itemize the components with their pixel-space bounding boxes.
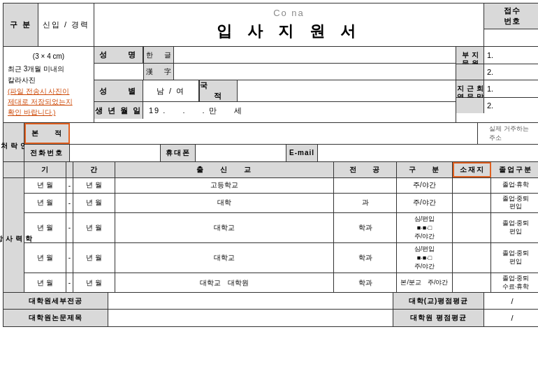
address-note: 실제 거주하는주소: [477, 123, 538, 144]
grad-avg-label: 대학원 평점평균: [393, 310, 484, 326]
edu-header-gubun: 구 분: [397, 162, 453, 177]
edu-header-sojaej: 소재지: [453, 162, 491, 177]
main-title: 입 사 지 원 서: [217, 21, 361, 42]
edu-major-1: [334, 178, 397, 193]
edu-header-grad: 졸업구분: [491, 162, 538, 177]
edu-start-2: 년 월: [24, 194, 66, 212]
edu-label-col: 학력사항: [3, 178, 24, 293]
photo-period-text: 최근 3개월 미내의: [8, 64, 89, 75]
email-label: E-mail: [286, 145, 318, 161]
edu-header-major: 전 공: [334, 162, 397, 177]
edu-major-4: 학과: [334, 243, 397, 273]
edu-header-dash: [66, 162, 73, 177]
edu-dash-3: -: [66, 213, 73, 242]
edu-grad-1: 졸업·휴학: [491, 178, 538, 193]
hanja-label: 漢 字: [143, 64, 174, 80]
birth-row: 생 년 월 일 19 . . . 만 세: [94, 102, 456, 119]
edu-dash-1: -: [66, 178, 73, 193]
thesis-label: 대학원논문제목: [3, 310, 108, 326]
edu-major-5: 학과: [334, 273, 397, 292]
edu-gubun-5: 본/분교 주/야간: [397, 273, 453, 292]
heemangg-label: 희망근무지역: [456, 80, 484, 97]
thesis-row: 대학원논문제목 대학원 평점평균 /: [3, 310, 538, 326]
edu-grad-5: 졸업·중퇴수료·휴학: [491, 273, 538, 292]
edu-sojaej-2: [453, 194, 491, 212]
grad-avg-value: /: [484, 310, 538, 326]
phone-value[interactable]: [70, 145, 161, 161]
edu-start-1: 년 월: [24, 178, 66, 193]
gender-row: 성 별 남 / 여 국 적: [94, 80, 456, 102]
mobile-value[interactable]: [196, 145, 286, 161]
email-value[interactable]: [318, 145, 538, 161]
address-section: 연락처 본 적 실제 거주하는주소 전화번호 휴대폰 E-mail: [3, 123, 538, 162]
jiwon-section: 지원부문 1. 2.: [456, 47, 538, 80]
avg-value: /: [484, 293, 538, 309]
hanja-value[interactable]: [174, 64, 456, 80]
hangul-value[interactable]: [174, 47, 456, 63]
address-rows: 본 적 실제 거주하는주소 전화번호 휴대폰 E-mail: [24, 123, 538, 161]
graduate-value[interactable]: [108, 293, 393, 309]
edu-school-2: 대학: [115, 194, 334, 212]
edu-rows-col: 년 월 - 년 월 고등학교 주/야간 졸업·휴학 년 월 - 년 월 대학 과: [24, 178, 538, 293]
birth-dots: . . .: [163, 106, 205, 116]
photo-cell: (3 × 4 cm) 최근 3개월 미내의 칼라사진 (파일 전송시 사진이 제…: [3, 47, 94, 122]
bonjuk-label: 본 적: [24, 123, 70, 144]
edu-dash-5: -: [66, 273, 73, 292]
jiwon-row2: 2.: [456, 64, 538, 80]
title-area: Co na 입 사 지 원 서: [94, 3, 484, 46]
avg-label: 대학(교)평점평균: [393, 293, 484, 309]
graduate-label: 대학원세부전공: [3, 293, 108, 309]
shinip-label: 신입 / 경력: [38, 3, 94, 46]
edu-grad-3: 졸업·중퇴편입: [491, 213, 538, 242]
edu-header: 기 간 출 신 교 전 공 구 분 소재지 졸업구분: [3, 162, 538, 178]
edu-school-4: 대학교: [115, 243, 334, 273]
edu-gubun-4: 심/편입 ■·■·□ 주/야간: [397, 243, 453, 273]
edu-gubun-2: 주/야간: [397, 194, 453, 212]
birth-label: 생 년 월 일: [94, 102, 143, 119]
edu-grad-4: 졸업·중퇴편입: [491, 243, 538, 273]
yeonrak-label: 연락처: [3, 123, 24, 161]
nationality-value[interactable]: [238, 80, 456, 101]
name-label: 성 명: [94, 47, 143, 63]
edu-start-5: 년 월: [24, 273, 66, 292]
edu-start-3: 년 월: [24, 213, 66, 242]
edu-row-university1: 년 월 - 년 월 대학교 학과 심/편입 ■·■·□ 주/야간 졸업·중퇴편입: [24, 213, 538, 243]
edu-major-2: 과: [334, 194, 397, 212]
edu-row-highschool: 년 월 - 년 월 고등학교 주/야간 졸업·휴학: [24, 178, 538, 194]
edu-header-empty: [3, 162, 24, 177]
birth-man-se: 만 세: [209, 106, 243, 116]
photo-size-text: (3 × 4 cm): [8, 51, 89, 62]
edu-dash-2: -: [66, 194, 73, 212]
reception-cell: 접수 번호: [484, 3, 538, 46]
edu-header-end: 간: [73, 162, 115, 177]
edu-end-5: 년 월: [73, 273, 115, 292]
name-label2: [94, 64, 143, 80]
nationality-label: 국 적: [199, 80, 238, 101]
name-hanja-row: 漢 字: [94, 64, 456, 80]
hangul-label: 한 글: [143, 47, 174, 63]
birth-prefix: 19: [149, 106, 160, 115]
edu-gubun-1: 주/야간: [397, 178, 453, 193]
edu-start-4: 년 월: [24, 243, 66, 273]
jiwon-num2: 2.: [484, 64, 496, 80]
heemangg-section: 희망근무지역 1. 2.: [456, 80, 538, 113]
edu-row-grad-school: 년 월 - 년 월 대학교 대학원 학과 본/분교 주/야간 졸업·중퇴수료·휴…: [24, 273, 538, 292]
edu-body: 학력사항 년 월 - 년 월 고등학교 주/야간 졸업·휴학 년 월 -: [3, 178, 538, 293]
edu-row-daehak: 년 월 - 년 월 대학 과 주/야간 졸업·중퇴편입: [24, 194, 538, 213]
bonjuk-value[interactable]: [70, 123, 477, 144]
edu-end-1: 년 월: [73, 178, 115, 193]
edu-grad-2: 졸업·중퇴편입: [491, 194, 538, 212]
bonjuk-row: 본 적 실제 거주하는주소: [24, 123, 538, 145]
birth-value: 19 . . . 만 세: [143, 102, 456, 119]
heemangg-row1: 희망근무지역 1.: [456, 80, 538, 98]
edu-school-3: 대학교: [115, 213, 334, 242]
gender-value: 남 / 여: [143, 80, 199, 101]
edu-end-3: 년 월: [73, 213, 115, 242]
heemangg-num2: 2.: [484, 98, 496, 113]
edu-sojaej-1: [453, 178, 491, 193]
edu-header-school: 출 신 교: [115, 162, 334, 177]
thesis-value[interactable]: [108, 310, 393, 326]
edu-dash-4: -: [66, 243, 73, 273]
photo-color-text: 칼라사진: [8, 75, 89, 86]
edu-section: 기 간 출 신 교 전 공 구 분 소재지 졸업구분 학력사항 년 월 - 년 …: [3, 162, 538, 293]
